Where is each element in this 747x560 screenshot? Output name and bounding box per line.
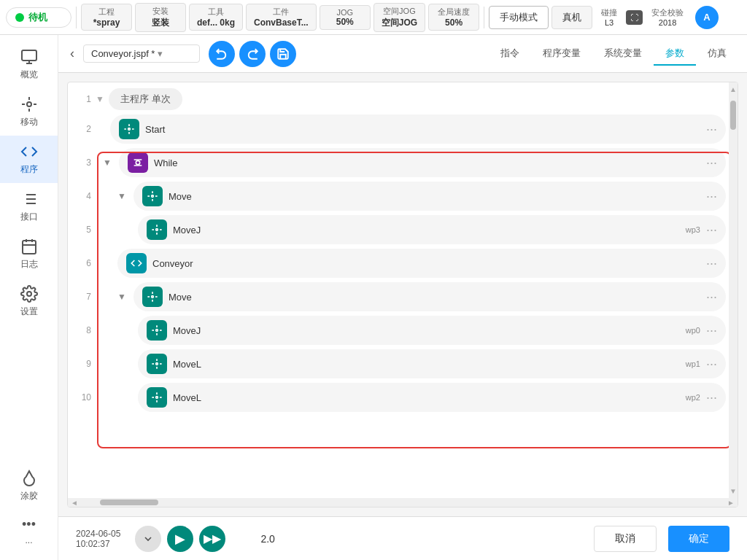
file-selector[interactable]: Conveyor.jspf * ▾ — [83, 44, 200, 63]
movej-wp0-block[interactable]: MoveJ wp0 ··· — [138, 316, 726, 345]
expand-arrow-4[interactable]: ▼ — [117, 191, 126, 201]
topbar-global-speed[interactable]: 全局速度 50% — [428, 4, 479, 31]
topbar-jog[interactable]: JOG 50% — [320, 5, 371, 30]
topbar-install[interactable]: 安装 竖装 — [135, 3, 186, 32]
expand-button[interactable] — [135, 526, 161, 552]
movel2-icon — [147, 387, 167, 408]
sidebar-item-log[interactable]: 日志 — [0, 230, 58, 278]
sidebar-label-interface: 接口 — [20, 211, 38, 223]
row-num-5: 5 — [74, 225, 91, 235]
block-menu-9[interactable]: ··· — [706, 357, 717, 372]
table-row[interactable]: 3 ▼ While ··· — [74, 148, 726, 177]
paint-icon — [20, 470, 38, 487]
cancel-button[interactable]: 取消 — [594, 526, 657, 552]
move-cross-icon — [151, 224, 163, 236]
svg-point-30 — [156, 330, 158, 332]
table-row[interactable]: 7 ▼ Move ··· — [74, 282, 726, 311]
sidebar-label-move: 移动 — [20, 116, 38, 128]
topbar-project[interactable]: 工程 *spray — [81, 4, 132, 31]
manual-mode-button[interactable]: 手动模式 — [489, 6, 549, 29]
svg-point-3 — [27, 102, 31, 106]
move7-cross-icon — [147, 291, 158, 303]
table-row[interactable]: 10 MoveL wp2 ··· — [74, 383, 726, 412]
program-area: 1 ▼ 主程序 单次 2 — [58, 73, 747, 516]
block-menu-2[interactable]: ··· — [706, 122, 717, 137]
block-menu-3[interactable]: ··· — [706, 155, 717, 171]
table-row[interactable]: 9 MoveL wp1 ··· — [74, 349, 726, 378]
while-block[interactable]: While ··· — [119, 148, 726, 177]
play-button[interactable]: ▶ — [167, 526, 193, 552]
table-row[interactable]: 2 Start ··· — [74, 114, 726, 144]
scroll-up-icon[interactable]: ▲ — [729, 85, 737, 93]
settings-icon — [20, 285, 38, 303]
row-num-8: 8 — [74, 325, 91, 335]
workpiece-value: ConvBaseT... — [254, 18, 309, 28]
dropdown-arrow-icon: ▾ — [158, 48, 163, 59]
scroll-left-icon[interactable]: ◄ — [71, 499, 78, 507]
movel2-cross-icon — [151, 392, 163, 403]
scroll-right-icon[interactable]: ► — [727, 499, 735, 507]
row-num-2: 2 — [74, 124, 91, 134]
sidebar-item-move[interactable]: 移动 — [0, 88, 58, 136]
horizontal-scrollbar[interactable]: ◄ ► — [68, 498, 738, 507]
user-avatar[interactable]: A — [695, 6, 719, 29]
topbar-workpiece[interactable]: 工件 ConvBaseT... — [246, 4, 317, 31]
table-row[interactable]: 8 MoveJ wp0 ··· — [74, 316, 726, 345]
undo-button[interactable] — [209, 41, 235, 67]
block-menu-8[interactable]: ··· — [706, 323, 717, 338]
back-button[interactable]: ‹ — [67, 43, 77, 64]
table-row[interactable]: 4 ▼ Move ··· — [74, 182, 726, 211]
save-button[interactable] — [270, 41, 296, 67]
tab-system-var[interactable]: 系统变量 — [592, 42, 654, 66]
movej3-label: MoveJ — [173, 225, 677, 236]
expand-arrow-1[interactable]: ▼ — [96, 94, 104, 104]
install-title: 安装 — [152, 6, 169, 17]
screen-icon[interactable]: ⛶ — [626, 10, 643, 25]
table-row[interactable]: 5 MoveJ wp3 ··· — [74, 215, 726, 244]
topbar-tool[interactable]: 工具 def... 0kg — [189, 4, 243, 31]
sidebar-item-settings[interactable]: 设置 — [0, 278, 58, 325]
block-menu-4[interactable]: ··· — [706, 189, 717, 204]
topbar-space-jog[interactable]: 空间JOG 空间JOG — [374, 3, 425, 32]
tab-command[interactable]: 指令 — [489, 42, 531, 66]
sidebar-item-more[interactable]: ••• ... — [20, 510, 38, 553]
sidebar-item-program[interactable]: 程序 — [0, 136, 58, 183]
block-menu-10[interactable]: ··· — [706, 390, 717, 405]
svg-point-35 — [156, 363, 158, 365]
sidebar-item-overview[interactable]: 概览 — [0, 41, 58, 88]
code-icon — [20, 143, 38, 160]
scroll-h-thumb[interactable] — [100, 499, 158, 505]
scroll-v-thumb[interactable] — [730, 101, 736, 130]
move-block-7[interactable]: Move ··· — [133, 282, 726, 311]
movel-wp1-block[interactable]: MoveL wp1 ··· — [138, 349, 726, 378]
move4-label: Move — [169, 191, 700, 202]
move-block-4[interactable]: Move ··· — [133, 182, 726, 211]
movel-wp2-block[interactable]: MoveL wp2 ··· — [138, 383, 726, 412]
table-row[interactable]: 6 Conveyor ··· — [74, 249, 726, 278]
movel2-sub: wp2 — [686, 393, 700, 402]
block-menu-6[interactable]: ··· — [706, 256, 717, 271]
conveyor-block[interactable]: Conveyor ··· — [117, 249, 726, 278]
vertical-scrollbar[interactable]: ▲ ▼ — [729, 82, 738, 498]
move-icon — [20, 96, 38, 113]
scroll-down-icon[interactable]: ▼ — [729, 487, 737, 495]
sidebar-item-interface[interactable]: 接口 — [0, 183, 58, 230]
tab-program-var[interactable]: 程序变量 — [531, 42, 592, 66]
nav-tabs: 指令 程序变量 系统变量 参数 仿真 — [489, 42, 738, 66]
tab-params[interactable]: 参数 — [654, 42, 696, 66]
real-machine-button[interactable]: 真机 — [551, 6, 592, 29]
expand-arrow-3[interactable]: ▼ — [103, 158, 112, 168]
status-indicator[interactable]: 待机 — [6, 7, 71, 28]
block-menu-7[interactable]: ··· — [706, 289, 717, 305]
movej-wp3-block[interactable]: MoveJ wp3 ··· — [138, 215, 726, 244]
program-scroll: 1 ▼ 主程序 单次 2 — [67, 82, 738, 508]
tab-simulation[interactable]: 仿真 — [696, 42, 738, 66]
movej0-cross-icon — [151, 324, 163, 336]
start-block[interactable]: Start ··· — [110, 114, 726, 144]
redo-button[interactable] — [239, 41, 266, 67]
confirm-button[interactable]: 确定 — [668, 526, 729, 552]
sidebar-item-glue[interactable]: 涂胶 — [20, 462, 38, 510]
block-menu-5[interactable]: ··· — [706, 222, 717, 238]
fast-forward-button[interactable]: ▶▶ — [199, 526, 225, 552]
expand-arrow-7[interactable]: ▼ — [117, 292, 126, 302]
